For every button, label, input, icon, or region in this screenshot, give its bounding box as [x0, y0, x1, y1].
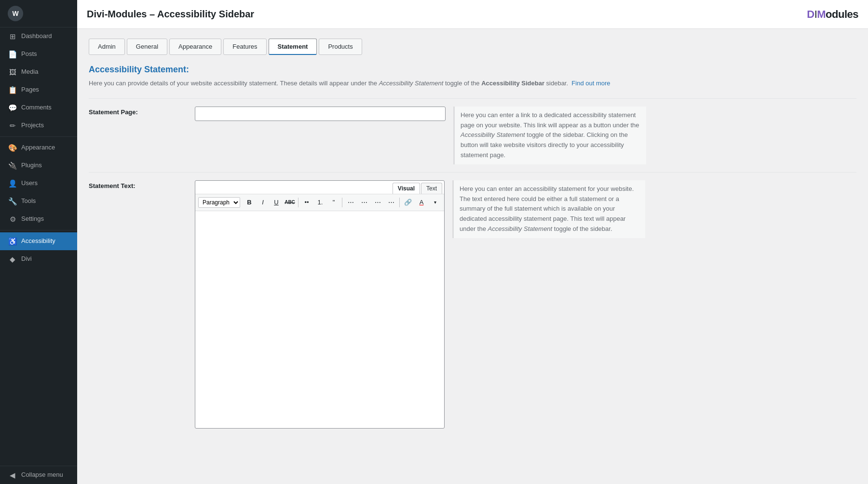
settings-icon: ⚙: [8, 214, 17, 224]
statement-page-label: Statement Page:: [89, 107, 185, 116]
posts-icon: 📄: [8, 49, 17, 59]
editor-body[interactable]: [195, 211, 444, 428]
sidebar: W ⊞ Dashboard 📄 Posts 🖼 Media 📋 Pages 💬 …: [0, 0, 77, 484]
align-center-button[interactable]: ⋯: [358, 196, 370, 209]
sidebar-logo: W: [0, 0, 77, 27]
numbered-list-button[interactable]: 1.: [314, 196, 326, 209]
text-color-dropdown-button[interactable]: ▾: [429, 196, 441, 209]
tools-icon: 🔧: [8, 196, 17, 206]
tab-bar: Admin General Appearance Features Statem…: [89, 39, 856, 55]
editor-tab-bar: Visual Text: [195, 181, 444, 194]
wp-logo-icon: W: [8, 6, 23, 21]
brand-dm: DIM: [807, 8, 826, 20]
link-button[interactable]: 🔗: [402, 196, 414, 209]
main-content: Divi-Modules – Accessibility Sidebar DIM…: [77, 0, 868, 484]
sidebar-item-media[interactable]: 🖼 Media: [0, 63, 77, 81]
sidebar-item-comments[interactable]: 💬 Comments: [0, 99, 77, 117]
desc-middle: toggle of the: [443, 80, 481, 87]
statement-page-input[interactable]: [195, 107, 446, 121]
media-icon: 🖼: [8, 67, 17, 77]
strikethrough-button[interactable]: ABC: [284, 196, 296, 209]
pages-icon: 📋: [8, 85, 17, 95]
wysiwyg-editor: Visual Text Paragraph Heading 1 Heading …: [195, 180, 445, 429]
content-area: Admin General Appearance Features Statem…: [77, 29, 868, 484]
text-color-button[interactable]: A: [415, 196, 428, 209]
desc-end: sidebar.: [544, 80, 568, 87]
dashboard-icon: ⊞: [8, 31, 17, 41]
justify-button[interactable]: ⋯: [385, 196, 397, 209]
comments-icon: 💬: [8, 103, 17, 113]
tab-general[interactable]: General: [127, 39, 167, 55]
divi-icon: ◆: [8, 254, 17, 264]
sidebar-divider-1: [0, 136, 77, 137]
editor-tab-text[interactable]: Text: [421, 183, 442, 194]
sidebar-item-settings[interactable]: ⚙ Settings: [0, 210, 77, 228]
sidebar-divider-2: [0, 230, 77, 230]
page-title: Divi-Modules – Accessibility Sidebar: [87, 9, 254, 20]
sidebar-item-dashboard[interactable]: ⊞ Dashboard: [0, 27, 77, 45]
desc-italic1: Accessibility Statement: [379, 80, 444, 87]
sidebar-item-users[interactable]: 👤 Users: [0, 175, 77, 192]
tab-admin[interactable]: Admin: [89, 39, 125, 55]
paragraph-style-select[interactable]: Paragraph Heading 1 Heading 2: [198, 197, 240, 208]
editor-toolbar: Paragraph Heading 1 Heading 2 B I U ABC …: [195, 194, 444, 211]
toolbar-separator-2: [342, 198, 342, 207]
brand-odules: odules: [826, 8, 858, 20]
tab-products[interactable]: Products: [319, 39, 362, 55]
bold-button[interactable]: B: [243, 196, 256, 209]
editor-tab-visual[interactable]: Visual: [393, 183, 420, 194]
brand-logo: DIModules: [807, 8, 858, 21]
topbar: Divi-Modules – Accessibility Sidebar DIM…: [77, 0, 868, 29]
statement-page-field: Here you can enter a link to a dedicated…: [195, 107, 856, 164]
statement-page-input-row: Here you can enter a link to a dedicated…: [195, 107, 856, 164]
plugins-icon: 🔌: [8, 161, 17, 171]
appearance-icon: 🎨: [8, 143, 17, 153]
toolbar-separator-1: [298, 198, 298, 207]
statement-text-field: Visual Text Paragraph Heading 1 Heading …: [195, 180, 856, 429]
sidebar-item-projects[interactable]: ✏ Projects: [0, 117, 77, 134]
find-out-more-link[interactable]: Find out more: [571, 80, 610, 87]
collapse-icon: ◀: [8, 470, 17, 480]
statement-text-hint: Here you can enter an accessibility stat…: [452, 180, 645, 238]
statement-page-hint: Here you can enter a link to a dedicated…: [453, 107, 646, 164]
blockquote-button[interactable]: ": [327, 196, 340, 209]
statement-text-input-row: Visual Text Paragraph Heading 1 Heading …: [195, 180, 856, 429]
statement-page-row: Statement Page: Here you can enter a lin…: [89, 98, 856, 172]
tab-appearance[interactable]: Appearance: [169, 39, 221, 55]
statement-text-label: Statement Text:: [89, 180, 185, 189]
align-left-button[interactable]: ⋯: [344, 196, 357, 209]
sidebar-item-divi[interactable]: ◆ Divi: [0, 250, 77, 268]
desc-plain: Here you can provide details of your web…: [89, 80, 379, 87]
statement-text-row: Statement Text: Visual Text Paragraph: [89, 172, 856, 436]
italic-button[interactable]: I: [257, 196, 269, 209]
sidebar-item-plugins[interactable]: 🔌 Plugins: [0, 157, 77, 175]
users-icon: 👤: [8, 178, 17, 188]
desc-bold: Accessibility Sidebar: [481, 80, 544, 87]
projects-icon: ✏: [8, 121, 17, 131]
accessibility-icon: ♿: [8, 236, 17, 246]
sidebar-item-posts[interactable]: 📄 Posts: [0, 45, 77, 63]
sidebar-item-accessibility[interactable]: ♿ Accessibility: [0, 232, 77, 250]
tab-features[interactable]: Features: [223, 39, 266, 55]
sidebar-item-appearance[interactable]: 🎨 Appearance: [0, 139, 77, 157]
section-heading: Accessibility Statement:: [89, 65, 856, 75]
tab-statement[interactable]: Statement: [269, 39, 317, 55]
section-description: Here you can provide details of your web…: [89, 79, 856, 89]
sidebar-item-tools[interactable]: 🔧 Tools: [0, 192, 77, 210]
bullet-list-button[interactable]: ••: [300, 196, 313, 209]
toolbar-separator-3: [399, 198, 400, 207]
align-right-button[interactable]: ⋯: [371, 196, 384, 209]
underline-button[interactable]: U: [270, 196, 283, 209]
collapse-menu-button[interactable]: ◀ Collapse menu: [0, 466, 77, 484]
sidebar-item-pages[interactable]: 📋 Pages: [0, 81, 77, 99]
